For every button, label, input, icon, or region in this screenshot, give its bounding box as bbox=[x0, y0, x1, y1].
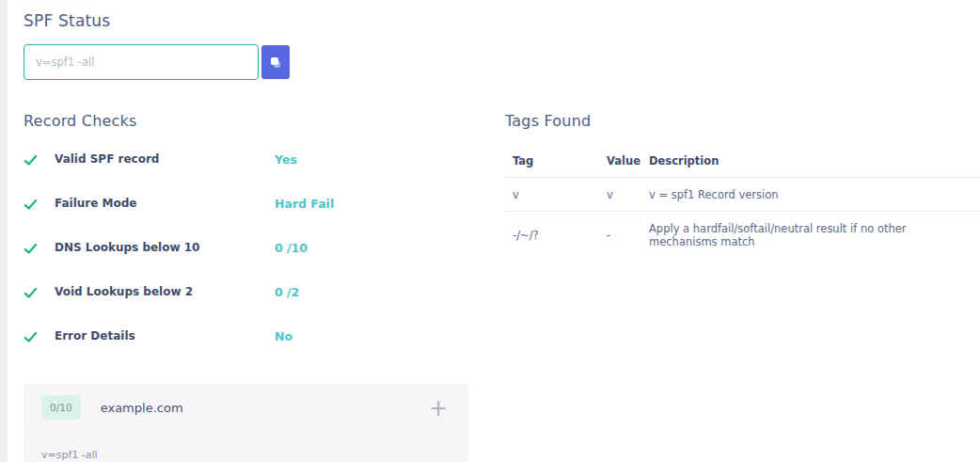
spf-record-input[interactable] bbox=[24, 44, 259, 80]
expand-plus-icon[interactable]: + bbox=[429, 397, 448, 420]
record-check-row: DNS Lookups below 10 0 /10 bbox=[24, 241, 468, 285]
record-check-row: Valid SPF record Yes bbox=[24, 152, 468, 197]
check-label: Failure Mode bbox=[55, 197, 260, 210]
check-icon bbox=[24, 198, 38, 212]
tag-cell: v bbox=[505, 178, 599, 212]
page-left-gutter bbox=[0, 0, 8, 462]
tag-column-header: Tag bbox=[505, 154, 599, 178]
check-value: Hard Fail bbox=[275, 197, 334, 211]
check-icon bbox=[24, 286, 38, 300]
tags-found-title: Tags Found bbox=[505, 112, 980, 130]
domain-card-header: 0/10 example.com + bbox=[24, 384, 468, 425]
check-value: 0 /10 bbox=[275, 241, 308, 255]
spf-status-page: SPF Status Record Checks Valid SPF recor… bbox=[8, 0, 980, 462]
spf-record-text: v=spf1 -all bbox=[41, 449, 98, 461]
domain-card-body: v=spf1 -all bbox=[24, 434, 468, 462]
check-label: Valid SPF record bbox=[55, 152, 260, 166]
description-cell: Apply a hardfail/softail/neutral result … bbox=[641, 212, 980, 259]
check-spf-button[interactable] bbox=[261, 45, 290, 79]
tag-cell: -/~/? bbox=[505, 212, 599, 259]
record-checks-section: Record Checks Valid SPF record Yes Failu… bbox=[24, 112, 468, 374]
copy-icon bbox=[271, 57, 282, 69]
description-cell: v = spf1 Record version bbox=[641, 178, 980, 212]
record-checks-list: Valid SPF record Yes Failure Mode Hard F… bbox=[24, 152, 468, 374]
check-value: No bbox=[275, 329, 292, 343]
check-value: 0 /2 bbox=[275, 285, 299, 299]
check-icon bbox=[24, 153, 38, 167]
value-cell: - bbox=[599, 212, 641, 259]
lookup-count-badge: 0/10 bbox=[41, 395, 81, 420]
check-icon bbox=[24, 330, 38, 344]
record-checks-title: Record Checks bbox=[24, 112, 468, 130]
value-cell: v bbox=[599, 178, 641, 212]
tags-table-row: -/~/? - Apply a hardfail/softail/neutral… bbox=[505, 212, 980, 259]
record-check-row: Void Lookups below 2 0 /2 bbox=[24, 285, 468, 329]
tags-table: Tag Value Description v v v = spf1 Recor… bbox=[505, 154, 980, 258]
record-check-row: Failure Mode Hard Fail bbox=[24, 197, 468, 241]
check-label: DNS Lookups below 10 bbox=[55, 241, 260, 254]
domain-card: 0/10 example.com + v=spf1 -all bbox=[24, 384, 468, 462]
record-check-row: Error Details No bbox=[24, 329, 468, 374]
value-column-header: Value bbox=[599, 154, 641, 178]
tags-table-header-row: Tag Value Description bbox=[505, 154, 980, 178]
check-label: Error Details bbox=[55, 329, 260, 343]
description-column-header: Description bbox=[641, 154, 980, 178]
domain-name: example.com bbox=[101, 401, 183, 415]
tags-table-row: v v v = spf1 Record version bbox=[505, 178, 980, 212]
check-value: Yes bbox=[275, 152, 297, 167]
tags-found-section: Tags Found Tag Value Description v v v =… bbox=[505, 112, 980, 258]
spf-query-row bbox=[24, 44, 259, 80]
check-label: Void Lookups below 2 bbox=[55, 285, 260, 298]
check-icon bbox=[24, 242, 38, 256]
page-title: SPF Status bbox=[24, 11, 110, 30]
